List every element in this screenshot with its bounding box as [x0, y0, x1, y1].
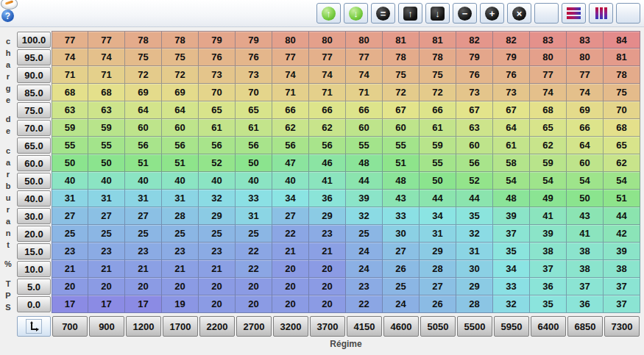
table-cell[interactable]: 61 [493, 137, 530, 154]
x-axis-cell[interactable]: 5050 [420, 316, 456, 337]
table-cell[interactable]: 33 [493, 278, 530, 295]
table-cell[interactable]: 80 [567, 49, 604, 66]
table-cell[interactable]: 74 [88, 49, 125, 66]
table-cell[interactable]: 39 [530, 225, 567, 243]
table-cell[interactable]: 65 [236, 101, 272, 119]
table-cell[interactable]: 68 [52, 84, 88, 101]
swap-axes-button[interactable] [17, 316, 51, 337]
table-cell[interactable]: 28 [420, 260, 456, 278]
table-cell[interactable]: 68 [88, 84, 125, 101]
table-cell[interactable]: 29 [199, 207, 236, 225]
table-cell[interactable]: 80 [346, 31, 383, 49]
table-cell[interactable]: 71 [309, 84, 346, 101]
y-axis-cell[interactable]: 10.0 [17, 261, 51, 277]
table-cell[interactable]: 23 [125, 243, 162, 260]
table-cell[interactable]: 65 [199, 101, 236, 119]
shift-down-button[interactable]: ↓ [425, 3, 450, 24]
y-axis-cell[interactable]: 95.0 [17, 49, 51, 65]
table-cell[interactable]: 39 [346, 190, 383, 207]
table-cell[interactable]: 69 [125, 84, 162, 101]
table-cell[interactable]: 71 [272, 84, 309, 101]
table-cell[interactable]: 44 [456, 190, 493, 207]
table-cell[interactable]: 60 [456, 137, 493, 154]
table-cell[interactable]: 78 [420, 49, 456, 66]
table-cell[interactable]: 61 [236, 119, 272, 137]
table-cell[interactable]: 50 [88, 154, 125, 172]
table-cell[interactable]: 34 [272, 190, 309, 207]
table-cell[interactable]: 77 [88, 31, 125, 49]
table-cell[interactable]: 77 [272, 49, 309, 66]
table-cell[interactable]: 76 [493, 66, 530, 84]
table-cell[interactable]: 31 [125, 190, 162, 207]
table-cell[interactable]: 70 [199, 84, 236, 101]
table-cell[interactable]: 20 [272, 278, 309, 295]
table-cell[interactable]: 77 [567, 66, 604, 84]
table-cell[interactable]: 63 [52, 101, 88, 119]
table-cell[interactable]: 75 [125, 49, 162, 66]
table-cell[interactable]: 83 [567, 31, 604, 49]
table-cell[interactable]: 31 [88, 190, 125, 207]
x-axis-cell[interactable]: 7300 [604, 316, 640, 337]
table-cell[interactable]: 47 [272, 154, 309, 172]
y-axis-cell[interactable]: 65.0 [17, 137, 51, 154]
interpolate-vertical-button[interactable] [589, 3, 613, 24]
table-cell[interactable]: 60 [125, 119, 162, 137]
table-cell[interactable]: 80 [530, 49, 567, 66]
table-cell[interactable]: 26 [383, 260, 420, 278]
table-cell[interactable]: 73 [493, 84, 530, 101]
table-cell[interactable]: 68 [530, 101, 567, 119]
y-axis-cell[interactable]: 40.0 [17, 190, 51, 207]
table-cell[interactable]: 20 [52, 278, 88, 295]
table-cell[interactable]: 55 [383, 137, 420, 154]
gradient-fill-button[interactable] [616, 3, 640, 24]
table-cell[interactable]: 73 [199, 66, 236, 84]
table-cell[interactable]: 52 [199, 154, 236, 172]
table-cell[interactable]: 54 [530, 172, 567, 190]
table-cell[interactable]: 31 [162, 190, 199, 207]
table-cell[interactable]: 77 [52, 31, 88, 49]
table-cell[interactable]: 20 [309, 278, 346, 295]
table-cell[interactable]: 27 [88, 207, 125, 225]
table-cell[interactable]: 48 [493, 190, 530, 207]
table-cell[interactable]: 75 [383, 66, 420, 84]
table-cell[interactable]: 82 [493, 31, 530, 49]
x-axis-cell[interactable]: 5950 [494, 316, 529, 337]
table-cell[interactable]: 61 [199, 119, 236, 137]
table-cell[interactable]: 60 [162, 119, 199, 137]
table-cell[interactable]: 76 [236, 49, 272, 66]
table-cell[interactable]: 31 [420, 225, 456, 243]
table-cell[interactable]: 55 [88, 137, 125, 154]
x-axis-cell[interactable]: 6850 [567, 316, 603, 337]
x-axis-cell[interactable]: 1200 [126, 316, 161, 337]
x-axis-cell[interactable]: 3200 [273, 316, 308, 337]
table-cell[interactable]: 20 [309, 295, 346, 313]
x-axis-cell[interactable]: 6400 [531, 316, 566, 337]
table-cell[interactable]: 37 [530, 260, 567, 278]
table-cell[interactable]: 81 [604, 49, 640, 66]
table-cell[interactable]: 22 [236, 260, 272, 278]
table-cell[interactable]: 62 [530, 137, 567, 154]
table-cell[interactable]: 79 [199, 31, 236, 49]
table-cell[interactable]: 40 [52, 172, 88, 190]
table-cell[interactable]: 25 [346, 225, 383, 243]
table-cell[interactable]: 65 [530, 119, 567, 137]
table-cell[interactable]: 27 [420, 278, 456, 295]
table-cell[interactable]: 64 [162, 101, 199, 119]
table-cell[interactable]: 74 [52, 49, 88, 66]
table-cell[interactable]: 64 [567, 137, 604, 154]
table-cell[interactable]: 40 [236, 172, 272, 190]
table-cell[interactable]: 22 [236, 243, 272, 260]
table-cell[interactable]: 76 [456, 66, 493, 84]
table-cell[interactable]: 21 [272, 243, 309, 260]
table-cell[interactable]: 39 [493, 207, 530, 225]
table-cell[interactable]: 62 [272, 119, 309, 137]
table-cell[interactable]: 31 [456, 243, 493, 260]
table-cell[interactable]: 59 [88, 119, 125, 137]
table-cell[interactable]: 50 [567, 190, 604, 207]
table-cell[interactable]: 55 [52, 137, 88, 154]
table-cell[interactable]: 79 [236, 31, 272, 49]
table-cell[interactable]: 56 [236, 137, 272, 154]
y-axis-cell[interactable]: 15.0 [17, 243, 51, 259]
table-cell[interactable]: 77 [346, 49, 383, 66]
table-cell[interactable]: 71 [88, 66, 125, 84]
